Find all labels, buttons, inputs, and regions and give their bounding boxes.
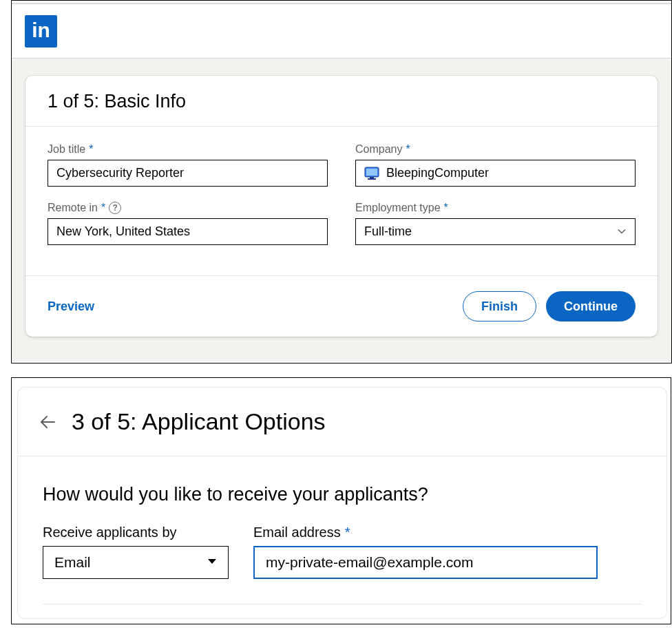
svg-rect-2 [370, 177, 374, 178]
email-group: Email address * [253, 525, 598, 579]
footer-actions: Finish Continue [463, 291, 636, 322]
email-input[interactable] [253, 546, 598, 579]
label-text: Remote in [48, 202, 98, 214]
linkedin-logo-icon[interactable]: in [25, 15, 57, 48]
label-text: Job title [48, 143, 85, 156]
divider [43, 604, 642, 604]
card-header: 3 of 5: Applicant Options [18, 388, 666, 456]
question-heading: How would you like to receive your appli… [43, 484, 642, 505]
job-title-input[interactable] [48, 160, 328, 187]
applicant-options-card: 3 of 5: Applicant Options How would you … [18, 388, 666, 618]
step-title: 3 of 5: Applicant Options [72, 408, 326, 435]
top-bar: in [12, 4, 671, 59]
receive-by-group: Receive applicants by Email [43, 525, 229, 579]
company-logo-icon [364, 166, 379, 181]
card-footer: Preview Finish Continue [25, 275, 658, 337]
svg-rect-3 [368, 178, 376, 180]
card-body: Job title * Company * [25, 127, 658, 275]
remote-in-input[interactable] [48, 218, 328, 245]
required-indicator: * [406, 143, 410, 156]
form-row: Job title * Company * [48, 143, 636, 187]
remote-in-group: Remote in * ? [48, 202, 328, 245]
form-row: Receive applicants by Email Email addres… [43, 525, 642, 579]
content-area: 1 of 5: Basic Info Job title * Company [12, 59, 671, 361]
label-text: Employment type [355, 202, 441, 214]
employment-type-select[interactable]: Full-time [355, 218, 636, 245]
required-indicator: * [345, 525, 350, 540]
finish-button[interactable]: Finish [463, 291, 536, 322]
step-basic-info-panel: in 1 of 5: Basic Info Job title * [11, 0, 672, 363]
label-text: Receive applicants by [43, 525, 177, 540]
form-row: Remote in * ? Employment type * Full-tim… [48, 202, 636, 245]
preview-link[interactable]: Preview [48, 299, 94, 314]
remote-in-label: Remote in * ? [48, 202, 328, 214]
basic-info-card: 1 of 5: Basic Info Job title * Company [25, 76, 658, 337]
help-icon[interactable]: ? [109, 202, 121, 214]
step-applicant-options-panel: 3 of 5: Applicant Options How would you … [11, 377, 671, 624]
company-name: BleepingComputer [386, 166, 489, 180]
job-title-label: Job title * [48, 143, 328, 156]
employment-type-label: Employment type * [355, 202, 636, 214]
label-text: Company [355, 143, 402, 156]
company-group: Company * [355, 143, 636, 187]
select-value: Full-time [364, 224, 412, 239]
required-indicator: * [444, 202, 448, 214]
step-title: 1 of 5: Basic Info [48, 91, 636, 112]
svg-rect-1 [366, 169, 377, 176]
label-text: Email address [253, 525, 341, 540]
select-value: Email [54, 554, 91, 571]
chevron-down-icon [617, 224, 627, 239]
card-header: 1 of 5: Basic Info [25, 76, 658, 127]
required-indicator: * [101, 202, 105, 214]
receive-by-label: Receive applicants by [43, 525, 229, 540]
company-input[interactable]: BleepingComputer [355, 160, 636, 187]
employment-type-group: Employment type * Full-time [355, 202, 636, 245]
back-arrow-icon[interactable] [37, 412, 58, 432]
continue-button[interactable]: Continue [546, 291, 636, 322]
required-indicator: * [89, 143, 93, 156]
job-title-group: Job title * [48, 143, 328, 187]
company-label: Company * [355, 143, 636, 156]
caret-down-icon [206, 554, 218, 571]
card-body: How would you like to receive your appli… [18, 456, 666, 618]
receive-by-select[interactable]: Email [43, 546, 229, 579]
email-label: Email address * [253, 525, 598, 540]
linkedin-logo-text: in [32, 20, 50, 41]
